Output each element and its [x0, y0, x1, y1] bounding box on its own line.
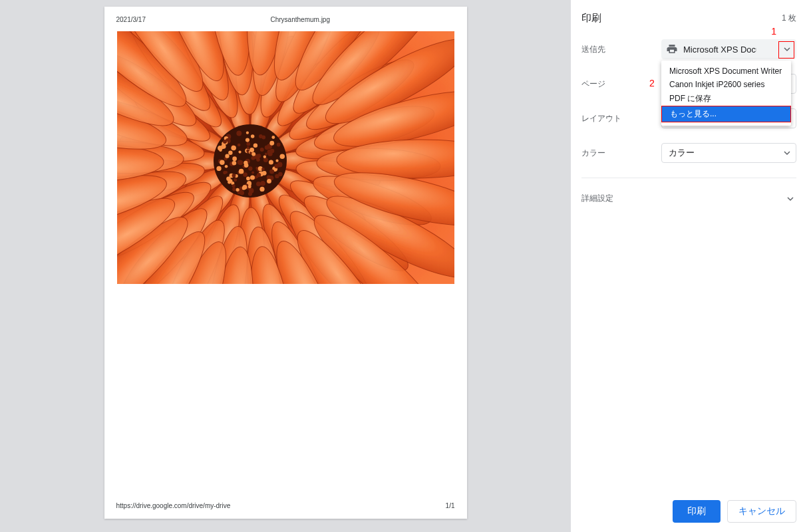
chevron-down-icon: [784, 46, 790, 53]
svg-point-175: [247, 192, 251, 196]
color-label: カラー: [581, 148, 661, 159]
svg-point-163: [268, 160, 273, 165]
svg-point-156: [243, 172, 247, 177]
svg-point-199: [236, 131, 242, 136]
svg-point-188: [249, 148, 254, 152]
svg-point-182: [266, 176, 270, 180]
destination-select[interactable]: Microsoft XPS Docum: [661, 39, 796, 59]
svg-point-112: [238, 151, 241, 154]
svg-point-189: [232, 184, 235, 188]
svg-point-103: [232, 156, 237, 161]
svg-point-124: [263, 156, 265, 158]
chevron-down-icon: [787, 196, 794, 202]
svg-point-195: [246, 177, 250, 181]
svg-point-186: [251, 156, 255, 160]
svg-point-179: [237, 144, 240, 147]
cancel-button[interactable]: キャンセル: [727, 500, 796, 523]
svg-point-191: [246, 142, 250, 146]
dropdown-item-pdf[interactable]: PDF に保存: [661, 91, 791, 106]
svg-point-107: [245, 132, 248, 134]
svg-point-150: [264, 153, 267, 156]
svg-point-148: [237, 160, 242, 164]
page-number: 1/1: [446, 502, 455, 509]
svg-point-200: [251, 172, 254, 174]
svg-point-197: [225, 154, 229, 158]
destination-value: Microsoft XPS Docum: [683, 45, 756, 55]
dropdown-item-xps[interactable]: Microsoft XPS Document Writer: [661, 65, 791, 78]
svg-point-162: [224, 171, 227, 174]
svg-point-143: [250, 134, 254, 138]
page-url: https://drive.google.com/drive/my-drive: [116, 502, 231, 509]
svg-point-198: [218, 146, 223, 151]
svg-point-88: [271, 136, 275, 139]
svg-point-119: [259, 187, 264, 192]
page-footer: https://drive.google.com/drive/my-drive …: [116, 502, 455, 509]
svg-point-187: [278, 172, 283, 177]
page-filename: Chrysanthemum.jpg: [146, 16, 455, 23]
svg-point-145: [236, 188, 239, 192]
svg-point-133: [261, 171, 266, 176]
color-select[interactable]: カラー: [661, 143, 796, 163]
svg-point-190: [232, 188, 236, 191]
svg-point-171: [260, 181, 265, 186]
svg-point-135: [269, 141, 274, 146]
color-value: カラー: [669, 147, 695, 159]
sheet-count: 1 枚: [782, 13, 796, 24]
svg-point-192: [267, 152, 272, 156]
svg-point-193: [245, 138, 249, 142]
svg-point-128: [220, 160, 224, 164]
chevron-down-icon: [784, 150, 790, 156]
destination-dropdown: Microsoft XPS Document Writer Canon Inkj…: [661, 61, 791, 126]
svg-point-139: [269, 169, 274, 174]
svg-point-176: [224, 165, 228, 168]
layout-label: レイアウト: [581, 113, 661, 124]
svg-point-201: [228, 150, 232, 154]
destination-label: 送信先: [581, 44, 661, 55]
svg-point-142: [253, 143, 257, 147]
svg-point-154: [242, 185, 247, 190]
svg-point-159: [274, 164, 279, 169]
svg-point-93: [279, 154, 285, 159]
svg-point-104: [263, 158, 267, 162]
print-panel: 印刷 1 枚 送信先 1 2 Microsoft XPS Docum Micro…: [571, 0, 807, 532]
svg-point-146: [261, 168, 265, 171]
more-label: 詳細設定: [581, 193, 613, 204]
svg-point-125: [248, 166, 252, 170]
svg-point-184: [223, 140, 227, 144]
svg-point-194: [238, 169, 243, 174]
dropdown-item-canon[interactable]: Canon Inkjet iP2600 series: [661, 78, 791, 91]
svg-point-158: [276, 143, 280, 147]
svg-point-196: [216, 166, 221, 171]
svg-point-94: [256, 182, 261, 186]
svg-point-185: [251, 152, 255, 156]
dropdown-item-more[interactable]: もっと見る...: [661, 106, 791, 122]
svg-point-121: [246, 146, 249, 149]
print-preview-area: 2021/3/17 Chrysanthemum.jpg: [0, 0, 571, 532]
svg-point-183: [267, 179, 271, 184]
svg-point-170: [275, 160, 278, 162]
svg-point-106: [259, 148, 263, 152]
svg-point-161: [231, 146, 236, 151]
panel-title: 印刷: [581, 12, 601, 25]
svg-point-173: [249, 175, 254, 180]
svg-point-160: [232, 174, 236, 178]
preview-image: (function(){ var ns="http://www.w3.org/2…: [117, 31, 454, 284]
printer-icon: [666, 43, 678, 55]
separator: [581, 178, 796, 178]
svg-point-180: [256, 158, 260, 162]
svg-point-172: [243, 163, 248, 168]
svg-point-134: [256, 173, 260, 177]
svg-point-136: [234, 178, 237, 182]
page-header: 2021/3/17 Chrysanthemum.jpg: [116, 16, 455, 23]
svg-point-181: [261, 136, 265, 140]
more-settings-row[interactable]: 詳細設定: [581, 193, 796, 204]
svg-point-167: [247, 185, 251, 188]
annotation-1: 1: [771, 26, 776, 37]
preview-page: 2021/3/17 Chrysanthemum.jpg: [104, 7, 467, 519]
annotation-2: 2: [649, 78, 655, 88]
page-date: 2021/3/17: [116, 16, 146, 23]
print-button[interactable]: 印刷: [673, 500, 721, 523]
svg-point-151: [232, 161, 236, 166]
